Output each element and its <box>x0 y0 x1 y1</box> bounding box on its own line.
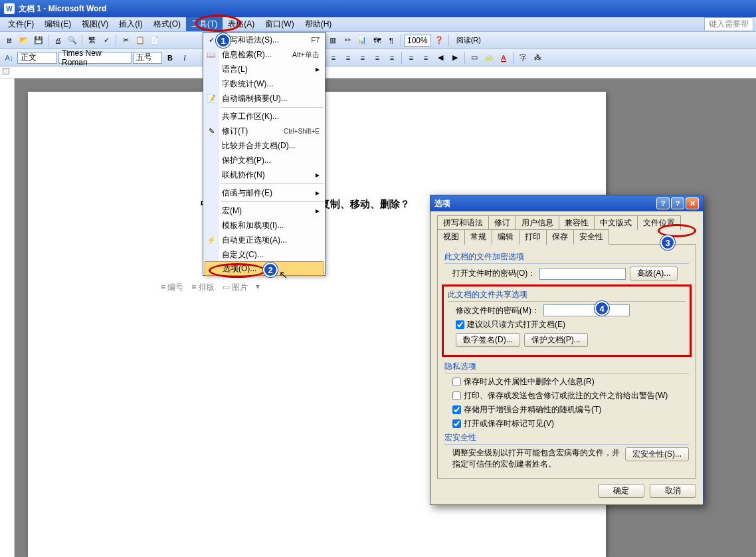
dd-templates[interactable]: 模板和加载项(I)... <box>203 218 325 233</box>
priv-remove-info-checkbox[interactable]: 保存时从文件属性中删除个人信息(R) <box>452 376 595 388</box>
title-text: 文档 1 - Microsoft Word <box>19 3 106 15</box>
dd-language[interactable]: 语言(L)▸ <box>203 62 325 76</box>
dd-autocorrect[interactable]: ⚡自动更正选项(A)... <box>203 233 325 247</box>
spell-icon[interactable]: ✓ <box>100 34 113 47</box>
tab-cjk[interactable]: 中文版式 <box>594 215 638 230</box>
priv-warn-checkbox[interactable]: 打印、保存或发送包含修订或批注的文件之前给出警告(W) <box>452 390 668 401</box>
dd-shared-workspace[interactable]: 共享工作区(K)... <box>203 109 325 124</box>
dd-letters-mail[interactable]: 信函与邮件(E)▸ <box>203 185 325 200</box>
copy-icon[interactable]: 📋 <box>134 34 147 47</box>
para-icon[interactable]: ¶ <box>385 34 398 47</box>
outdent-icon[interactable]: ◀ <box>434 51 447 64</box>
highlight-icon[interactable]: ab <box>482 51 496 64</box>
viewbar-picture[interactable]: ▭ 图片 <box>223 282 248 293</box>
save-icon[interactable]: 💾 <box>32 34 45 47</box>
italic-icon[interactable]: I <box>178 51 191 64</box>
style-combo[interactable]: 正文 <box>17 52 57 64</box>
distributed-icon[interactable]: ≡ <box>385 51 399 64</box>
digital-signature-button[interactable]: 数字签名(D)... <box>456 333 520 347</box>
help-button-icon[interactable]: ? <box>656 197 670 209</box>
font-combo[interactable]: Times New Roman <box>58 52 132 64</box>
help-icon[interactable]: ❓ <box>432 34 446 47</box>
cut-icon[interactable]: ✂ <box>119 34 132 47</box>
tab-track[interactable]: 修订 <box>488 215 516 230</box>
menu-file[interactable]: 文件(F) <box>3 17 39 31</box>
ok-button[interactable]: 确定 <box>598 484 644 498</box>
paste-icon[interactable]: 📄 <box>148 34 161 47</box>
readonly-checkbox[interactable]: 建议以只读方式打开文档(E) <box>456 319 565 330</box>
menu-edit[interactable]: 编辑(E) <box>39 17 76 31</box>
indent-icon[interactable]: ▶ <box>448 51 462 64</box>
drawing-icon[interactable]: ✏ <box>341 34 354 47</box>
dd-track-changes[interactable]: ✎修订(T)Ctrl+Shift+E <box>203 124 325 138</box>
print-icon[interactable]: 🖨 <box>51 34 64 47</box>
border-icon[interactable]: ▭ <box>468 51 481 64</box>
dd-online-collab[interactable]: 联机协作(N)▸ <box>203 167 325 182</box>
preview-icon[interactable]: 🔍 <box>66 34 79 47</box>
tab-userinfo[interactable]: 用户信息 <box>516 215 559 230</box>
menu-table[interactable]: 表格(A) <box>223 17 260 31</box>
format-style-icon[interactable]: A↓ <box>3 51 16 64</box>
phonetic-icon[interactable]: ⁂ <box>531 51 544 64</box>
bullet-list-icon[interactable]: ≡ <box>419 51 432 64</box>
tab-save[interactable]: 保存 <box>546 229 574 245</box>
align-center-icon[interactable]: ≡ <box>341 51 355 64</box>
menu-format[interactable]: 格式(O) <box>148 17 186 31</box>
dd-autosummarize[interactable]: 📝自动编制摘要(U)... <box>203 91 325 106</box>
align-justify-icon[interactable]: ≡ <box>371 51 384 64</box>
cancel-button[interactable]: 取消 <box>650 484 696 498</box>
viewbar-dropdown-icon[interactable]: ▾ <box>256 282 260 293</box>
font-color-icon[interactable]: A <box>497 51 510 64</box>
dd-research[interactable]: 📖信息检索(R)...Alt+单击 <box>203 47 325 62</box>
menu-insert[interactable]: 插入(I) <box>114 17 147 31</box>
tab-fileloc[interactable]: 文件位置 <box>637 215 681 230</box>
modify-password-input[interactable] <box>543 304 630 316</box>
close-icon[interactable]: ✕ <box>686 197 699 209</box>
tab-security[interactable]: 安全性 <box>573 229 609 245</box>
tab-print[interactable]: 打印 <box>519 229 547 245</box>
open-password-input[interactable] <box>539 268 626 280</box>
size-combo[interactable]: 五号 <box>133 52 162 64</box>
dd-customize[interactable]: 自定义(C)... <box>203 247 325 262</box>
columns-icon[interactable]: ▥ <box>326 34 339 47</box>
chart-icon[interactable]: 📊 <box>355 34 369 47</box>
macro-security-button[interactable]: 宏安全性(S)... <box>625 447 689 461</box>
priv-random-checkbox[interactable]: 存储用于增强合并精确性的随机编号(T) <box>452 404 601 415</box>
map-icon[interactable]: 🗺 <box>370 34 383 47</box>
menu-tools[interactable]: 工具(T) <box>186 17 223 31</box>
tab-general[interactable]: 常规 <box>464 229 492 245</box>
read-button[interactable]: 阅读(R) <box>452 34 486 47</box>
priv-visible-checkbox[interactable]: 打开或保存时标记可见(V) <box>452 418 554 429</box>
dd-compare[interactable]: 比较并合并文档(D)... <box>203 138 325 153</box>
dd-wordcount[interactable]: 字数统计(W)... <box>203 76 325 91</box>
help2-button-icon[interactable]: ? <box>671 197 684 209</box>
separator <box>401 52 402 64</box>
tab-view[interactable]: 视图 <box>437 229 465 245</box>
bold-icon[interactable]: B <box>163 51 177 64</box>
viewbar-layout[interactable]: ≡ 排版 <box>191 282 214 293</box>
protect-document-button[interactable]: 保护文档(P)... <box>524 333 588 347</box>
dd-macro[interactable]: 宏(M)▸ <box>203 203 325 218</box>
dd-protect[interactable]: 保护文档(P)... <box>203 153 325 167</box>
open-icon[interactable]: 📂 <box>17 34 31 47</box>
asian-layout-icon[interactable]: 字 <box>516 51 529 64</box>
new-icon[interactable]: 🗎 <box>3 34 16 47</box>
tab-edit[interactable]: 编辑 <box>492 229 520 245</box>
advanced-button[interactable]: 高级(A)... <box>630 267 678 280</box>
viewbar-number[interactable]: ≡ 编号 <box>161 282 183 293</box>
menu-window[interactable]: 窗口(W) <box>260 17 299 31</box>
tab-spelling[interactable]: 拼写和语法 <box>437 215 489 230</box>
menu-view[interactable]: 视图(V) <box>76 17 114 31</box>
traditional-icon[interactable]: 繁 <box>85 34 98 47</box>
zoom-combo[interactable]: 100% <box>404 35 431 47</box>
menu-help[interactable]: 帮助(H) <box>300 17 337 31</box>
numbered-list-icon[interactable]: ≡ <box>405 51 418 64</box>
tab-compat[interactable]: 兼容性 <box>559 215 595 230</box>
dialog-title-bar[interactable]: 选项 ? ? ✕ <box>430 195 703 211</box>
tab-selector[interactable] <box>3 68 9 74</box>
annotation-number-2: 2 <box>263 263 278 277</box>
align-right-icon[interactable]: ≡ <box>356 51 369 64</box>
arrow-right-icon: ▸ <box>316 188 320 197</box>
help-search[interactable]: 键入需要帮 <box>704 17 753 31</box>
align-left-icon[interactable]: ≡ <box>327 51 340 64</box>
